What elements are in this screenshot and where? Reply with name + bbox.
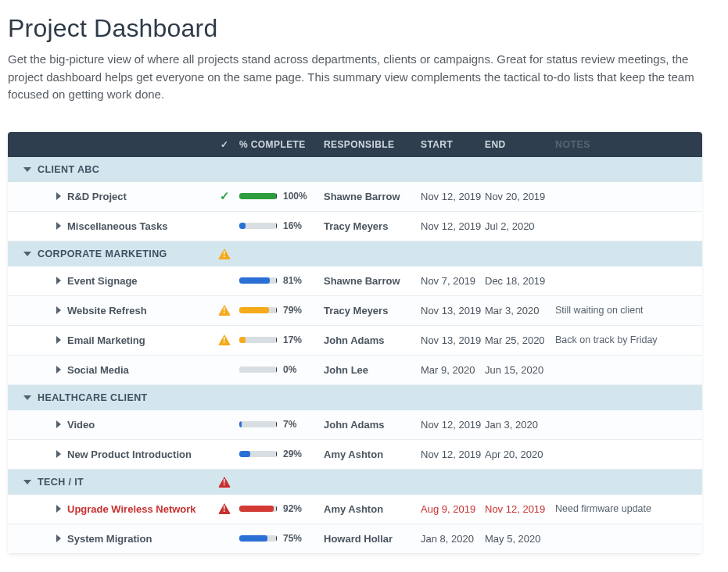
project-complete: 17% (239, 334, 324, 345)
chevron-down-icon (23, 252, 31, 256)
group-status (210, 477, 239, 488)
project-responsible: Shawne Barrow (324, 275, 421, 287)
group-status (210, 248, 239, 259)
project-complete: 92% (239, 503, 324, 514)
progress-bar (239, 421, 277, 427)
header-responsible: RESPONSIBLE (324, 139, 421, 150)
group-row[interactable]: CORPORATE MARKETING (8, 241, 702, 266)
progress-fill (239, 223, 246, 229)
progress-bar (239, 451, 277, 457)
project-row[interactable]: Upgrade Wireless Network92%Amy AshtonAug… (8, 495, 702, 524)
project-row[interactable]: New Product Introduction29%Amy AshtonNov… (8, 440, 702, 470)
project-row[interactable]: Social Media0%John LeeMar 9, 2020Jun 15,… (8, 356, 702, 385)
project-name-cell[interactable]: Miscellaneous Tasks (8, 220, 210, 232)
progress-cap (276, 193, 277, 199)
page-subtitle: Get the big-picture view of where all pr… (8, 51, 696, 104)
group-row[interactable]: TECH / IT (8, 470, 702, 495)
project-start: Nov 12, 2019 (421, 191, 485, 202)
group-name[interactable]: CORPORATE MARKETING (8, 248, 210, 259)
progress-cap (276, 451, 277, 457)
alert-icon (218, 334, 231, 345)
chevron-right-icon (56, 450, 61, 458)
project-row[interactable]: Event Signage81%Shawne BarrowNov 7, 2019… (8, 266, 702, 296)
project-responsible: Howard Hollar (324, 533, 421, 545)
progress-percent: 0% (283, 364, 310, 375)
project-end: Apr 20, 2020 (485, 449, 555, 460)
group-row[interactable]: HEALTHCARE CLIENT (8, 385, 702, 410)
project-end: Dec 18, 2019 (485, 275, 555, 287)
project-name-cell[interactable]: System Migration (8, 533, 210, 545)
project-row[interactable]: Email Marketing17%John AdamsNov 13, 2019… (8, 326, 702, 356)
project-name-cell[interactable]: Video (8, 419, 210, 431)
project-row[interactable]: Miscellaneous Tasks16%Tracy MeyersNov 12… (8, 212, 702, 241)
table-header: ✓ % COMPLETE RESPONSIBLE START END NOTES (8, 132, 702, 157)
project-name-cell[interactable]: Website Refresh (8, 305, 210, 316)
progress-bar (239, 506, 277, 512)
project-responsible: Tracy Meyers (324, 305, 421, 316)
header-end: END (485, 139, 555, 150)
project-name-cell[interactable]: Social Media (8, 364, 210, 376)
project-row[interactable]: System Migration75%Howard HollarJan 8, 2… (8, 524, 702, 554)
progress-bar (239, 277, 277, 284)
progress-percent: 81% (283, 275, 310, 286)
project-dashboard-table: ✓ % COMPLETE RESPONSIBLE START END NOTES… (8, 132, 702, 554)
project-responsible: Amy Ashton (324, 449, 421, 460)
project-responsible: John Adams (324, 419, 421, 431)
project-row[interactable]: R&D Project✓100%Shawne BarrowNov 12, 201… (8, 182, 702, 212)
project-end: Jul 2, 2020 (485, 220, 555, 232)
project-end: Nov 20, 2019 (485, 191, 555, 202)
progress-cap (276, 307, 277, 313)
progress-bar (239, 193, 277, 199)
project-notes: Back on track by Friday (555, 334, 702, 345)
progress-fill (239, 506, 274, 512)
project-complete: 0% (239, 364, 324, 375)
group-name[interactable]: TECH / IT (8, 477, 210, 488)
progress-cap (276, 421, 277, 427)
progress-percent: 16% (283, 220, 310, 231)
project-name-cell[interactable]: Email Marketing (8, 334, 210, 346)
progress-cap (276, 535, 277, 542)
progress-bar (239, 535, 277, 542)
alert-icon (218, 305, 231, 316)
group-label: CORPORATE MARKETING (38, 248, 167, 259)
chevron-right-icon (56, 336, 61, 344)
chevron-right-icon (56, 306, 61, 314)
progress-percent: 92% (283, 503, 310, 514)
project-name-cell[interactable]: Event Signage (8, 275, 210, 287)
group-name[interactable]: HEALTHCARE CLIENT (8, 392, 210, 403)
project-name: Upgrade Wireless Network (67, 503, 196, 515)
project-start: Aug 9, 2019 (421, 503, 485, 515)
project-name: Video (67, 419, 95, 431)
alert-icon (218, 248, 231, 259)
project-complete: 29% (239, 449, 324, 459)
alert-icon-red (218, 477, 231, 488)
group-label: CLIENT ABC (38, 164, 99, 175)
group-name[interactable]: CLIENT ABC (8, 164, 210, 175)
progress-cap (276, 337, 277, 343)
project-status: ✓ (210, 189, 239, 203)
project-start: Nov 7, 2019 (421, 275, 485, 287)
project-row[interactable]: Video7%John AdamsNov 12, 2019Jan 3, 2020 (8, 410, 702, 440)
project-name-cell[interactable]: New Product Introduction (8, 449, 210, 460)
project-notes: Need firmware update (555, 503, 702, 514)
project-responsible: John Lee (324, 364, 421, 376)
project-name: Email Marketing (67, 334, 145, 346)
project-name-cell[interactable]: Upgrade Wireless Network (8, 503, 210, 515)
project-name-cell[interactable]: R&D Project (8, 191, 210, 202)
project-row[interactable]: Website Refresh79%Tracy MeyersNov 13, 20… (8, 296, 702, 326)
chevron-right-icon (56, 420, 61, 428)
chevron-right-icon (56, 277, 61, 284)
progress-cap (276, 506, 277, 512)
chevron-right-icon (56, 222, 61, 230)
group-label: HEALTHCARE CLIENT (38, 392, 148, 403)
project-start: Nov 12, 2019 (421, 220, 485, 232)
group-row[interactable]: CLIENT ABC (8, 157, 702, 182)
project-responsible: Tracy Meyers (324, 220, 421, 232)
project-responsible: John Adams (324, 334, 421, 346)
progress-bar (239, 366, 277, 373)
project-start: Nov 13, 2019 (421, 334, 485, 346)
project-complete: 81% (239, 275, 324, 286)
progress-percent: 75% (283, 533, 310, 544)
header-notes: NOTES (555, 139, 702, 150)
project-start: Nov 12, 2019 (421, 449, 485, 460)
